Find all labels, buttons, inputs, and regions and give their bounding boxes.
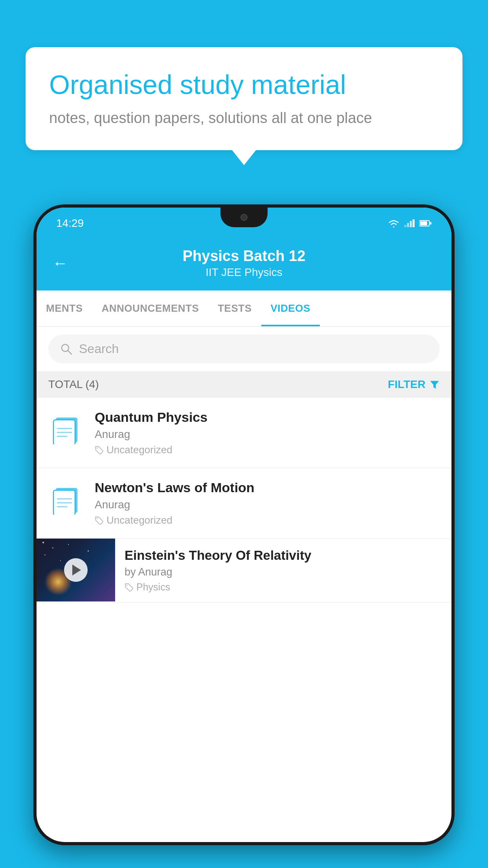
status-bar: 14:29 [37,208,451,239]
svg-rect-2 [410,221,412,227]
phone-frame: 14:29 [33,204,455,845]
search-icon [60,343,73,355]
list-item[interactable]: Quantum Physics Anurag Uncategorized [37,398,451,468]
svg-point-22 [127,585,128,586]
back-button[interactable]: ← [52,254,68,272]
filter-icon [429,379,440,390]
filter-bar: TOTAL (4) FILTER [37,371,451,398]
item-tag: Uncategorized [95,514,440,526]
tabs-bar: MENTS ANNOUNCEMENTS TESTS VIDEOS [37,291,451,327]
item-icon-wrap [48,411,84,447]
tag-icon [95,446,103,454]
item-title: Quantum Physics [95,410,440,425]
filter-label: FILTER [388,378,426,391]
list-item[interactable]: Newton's Laws of Motion Anurag Uncategor… [37,468,451,539]
star [88,550,89,552]
item-icon-wrap [48,482,84,517]
content-list: Quantum Physics Anurag Uncategorized [37,398,451,603]
star [68,544,69,545]
total-count: TOTAL (4) [48,378,99,391]
video-thumbnail [37,539,115,601]
item-title: Einstein's Theory Of Relativity [125,548,442,563]
search-bar[interactable]: Search [48,335,440,363]
status-icons [388,219,432,228]
star [60,560,61,561]
svg-rect-1 [407,223,409,227]
promo-section: Organised study material notes, question… [26,47,462,150]
item-title: Newton's Laws of Motion [95,480,440,495]
svg-point-21 [97,518,98,519]
search-container: Search [37,327,451,371]
item-author: Anurag [95,498,440,511]
play-button[interactable] [64,558,88,582]
wifi-icon [388,219,400,228]
svg-rect-3 [413,219,415,227]
tab-announcements[interactable]: ANNOUNCEMENTS [92,291,209,326]
tag-label: Uncategorized [106,514,172,526]
list-item-video[interactable]: Einstein's Theory Of Relativity by Anura… [37,539,451,603]
phone-notch [220,208,268,227]
star [52,547,53,548]
tab-ments[interactable]: MENTS [37,291,92,326]
phone-screen: 14:29 [37,208,451,842]
filter-button[interactable]: FILTER [388,378,440,391]
tag-label: Physics [136,581,170,593]
item-author: Anurag [95,428,440,441]
tag-label: Uncategorized [106,444,172,456]
item-author: by Anurag [125,566,442,578]
header-title-section: Physics Batch 12 IIT JEE Physics [80,248,408,279]
camera [240,214,248,221]
status-time: 14:29 [56,217,84,230]
batch-tags: IIT JEE Physics [80,266,408,279]
svg-point-15 [97,447,98,449]
item-tag: Physics [125,581,442,593]
star [44,554,46,555]
svg-rect-5 [420,221,427,225]
tab-tests[interactable]: TESTS [208,291,261,326]
tag-icon [125,583,133,592]
svg-line-8 [68,351,72,354]
folder-icon [52,484,80,515]
svg-marker-9 [430,381,439,389]
item-content: Quantum Physics Anurag Uncategorized [95,410,440,456]
batch-title: Physics Batch 12 [80,248,408,265]
promo-subtitle: notes, question papers, solutions all at… [49,110,439,127]
star [42,542,44,543]
signal-icon [404,219,415,227]
thumb-content: Einstein's Theory Of Relativity by Anura… [115,539,451,602]
battery-icon [419,220,432,227]
svg-rect-6 [430,222,431,224]
speech-bubble: Organised study material notes, question… [26,47,462,150]
play-triangle [72,565,81,576]
folder-icon [52,414,80,444]
svg-rect-0 [404,225,406,227]
search-placeholder: Search [79,342,119,356]
promo-title: Organised study material [49,69,439,101]
tab-videos[interactable]: VIDEOS [261,291,320,326]
app-header: ← Physics Batch 12 IIT JEE Physics [37,239,451,291]
item-content: Newton's Laws of Motion Anurag Uncategor… [95,480,440,526]
phone-wrapper: 14:29 [33,204,455,868]
tag-icon [95,516,103,525]
item-tag: Uncategorized [95,444,440,456]
